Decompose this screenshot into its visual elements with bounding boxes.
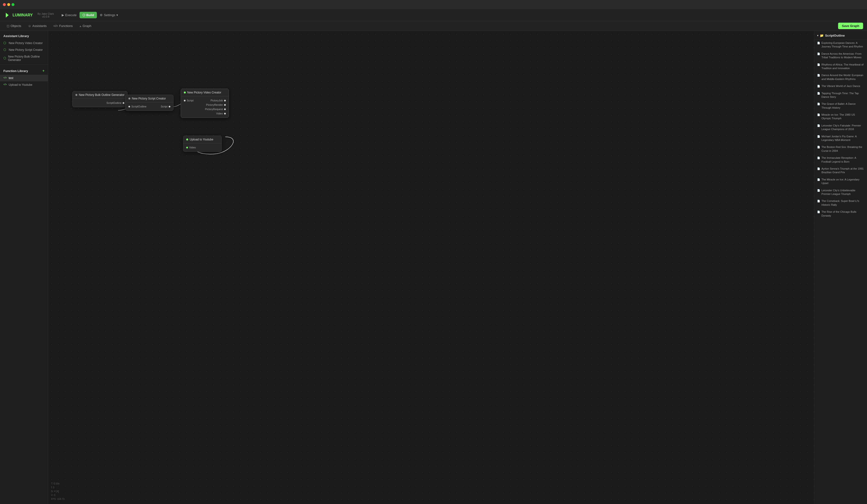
stat-fps: FPS: 158.73 — [51, 497, 65, 501]
node-io-row: ScriptOutline Script — [128, 104, 170, 109]
function-icon: </> — [3, 76, 7, 80]
node-bulk-outline[interactable]: New Pictory Bulk Outline Generator Scrip… — [72, 91, 128, 107]
node-title: New Pictory Bulk Outline Generator — [79, 93, 124, 97]
document-icon: 📄 — [817, 103, 820, 106]
right-panel-item[interactable]: 📄Rhythms of Africa: The Heartbeat of Tra… — [814, 61, 867, 72]
output-port: Script — [161, 105, 170, 108]
chevron-down-icon: ▾ — [817, 34, 818, 37]
subnav: ◻ Objects ☺ Assistants </> Functions ⟁ G… — [0, 21, 867, 31]
right-panel-item[interactable]: 📄The Boston Red Sox: Breaking the Curse … — [814, 143, 867, 154]
node-header-upload: Upload to Youtube — [183, 136, 222, 143]
function-library-header: Function Library + — [0, 65, 48, 75]
sidebar-item-bulk-outline[interactable]: ◯ New Pictory Bulk Outline Generator — [0, 53, 48, 63]
sidebar-item-script-creator[interactable]: ◯ New Pictory Script Creator — [0, 46, 48, 53]
sidebar-item-video-creator[interactable]: ◯ New Pictory Video Creator — [0, 40, 48, 46]
stat-t: T: 0.00s — [51, 482, 65, 486]
maximize-button[interactable] — [12, 3, 14, 6]
port-dot — [224, 113, 226, 115]
objects-label: Objects — [11, 24, 21, 28]
titlebar — [0, 0, 867, 9]
right-panel-item[interactable]: 📄The Comeback: Super Bowl LI's Historic … — [814, 197, 867, 208]
item-label: Michael Jordan's Flu Game: A Legendary N… — [822, 135, 864, 142]
output-port: PictoryJob — [211, 99, 226, 102]
item-label: Dance Around the World: European and Mid… — [822, 74, 864, 81]
function-library-title: Function Library — [3, 69, 28, 73]
node-header-script: New Pictory Script Creator — [126, 95, 173, 103]
main-layout: Assistant Library ◯ New Pictory Video Cr… — [0, 31, 867, 504]
port-dot — [128, 106, 130, 107]
logo-icon — [4, 12, 11, 19]
close-button[interactable] — [3, 3, 6, 6]
objects-tab[interactable]: ◻ Objects — [4, 23, 24, 29]
document-icon: 📄 — [817, 189, 820, 192]
right-panel-item[interactable]: 📄Leicester City's Fairytale: Premier Lea… — [814, 122, 867, 133]
assistants-tab[interactable]: ☺ Assistants — [25, 23, 50, 29]
right-panel-item[interactable]: 📄Dance Across the Americas: From Tribal … — [814, 50, 867, 61]
sidebar-item-label: New Pictory Bulk Outline Generator — [8, 55, 45, 62]
right-panel-item[interactable]: 📄Exploring European Dances: A Journey Th… — [814, 40, 867, 50]
sidebar-item-test[interactable]: </> test — [0, 75, 48, 82]
item-label: The Rise of the Chicago Bulls Dynasty — [822, 210, 864, 217]
right-panel-item[interactable]: 📄Ayrton Senna's Triumph at the 1991 Braz… — [814, 165, 867, 176]
right-panel-item[interactable]: 📄Tapping Through Time: The Tap Dance Sto… — [814, 90, 867, 101]
sidebar: Assistant Library ◯ New Pictory Video Cr… — [0, 31, 48, 504]
node-body: ScriptOutline — [73, 99, 127, 107]
functions-tab[interactable]: </> Functions — [51, 23, 76, 29]
node-upload-youtube[interactable]: Upload to Youtube Video — [183, 136, 222, 152]
assistants-label: Assistants — [32, 24, 46, 28]
assistant-library-title: Assistant Library — [0, 31, 48, 40]
sidebar-item-label: New Pictory Video Creator — [9, 41, 43, 45]
sidebar-item-label: New Pictory Script Creator — [9, 48, 43, 52]
right-panel-item[interactable]: 📄The Miracle on Ice: A Legendary Upset — [814, 176, 867, 187]
node-video-creator[interactable]: New Pictory Video Creator Script Pictory… — [181, 89, 229, 118]
add-function-button[interactable]: + — [42, 69, 45, 73]
canvas-area[interactable]: New Pictory Bulk Outline Generator Scrip… — [48, 31, 814, 504]
minimize-button[interactable] — [7, 3, 10, 6]
node-status-dot — [184, 92, 186, 94]
node-body: Script PictoryJob PictoryRender — [181, 96, 229, 118]
output-port: PictoryRender — [206, 103, 226, 106]
assistant-icon: ◯ — [3, 41, 7, 45]
output-port: Video — [216, 112, 226, 115]
port-dot — [169, 106, 170, 107]
right-panel-item[interactable]: 📄Miracle on Ice: The 1980 US Olympic Tri… — [814, 111, 867, 122]
node-script-creator[interactable]: New Pictory Script Creator ScriptOutline… — [125, 95, 173, 111]
port-dot — [184, 100, 185, 101]
port-label: Video — [216, 112, 223, 115]
right-panel-item[interactable]: 📄The Vibrant World of Jazz Dance — [814, 83, 867, 90]
right-panel-item[interactable]: 📄The Grace of Ballet: A Dance Through Hi… — [814, 100, 867, 111]
assistant-icon: ◯ — [3, 48, 7, 52]
port-label: ScriptOutline — [106, 101, 121, 104]
node-output-row: PictoryRequest — [184, 107, 226, 111]
item-label: The Comeback: Super Bowl LI's Historic R… — [822, 199, 864, 207]
node-header-video: New Pictory Video Creator — [181, 89, 229, 96]
settings-button[interactable]: ⚙ Settings ▾ — [97, 12, 121, 18]
input-port: ScriptOutline — [128, 105, 147, 108]
assistants-icon: ☺ — [28, 24, 31, 28]
right-panel-item[interactable]: 📄Dance Around the World: European and Mi… — [814, 72, 867, 83]
port-label: Script — [161, 105, 168, 108]
settings-icon: ⚙ — [100, 13, 103, 17]
assistant-icon: ◯ — [3, 57, 6, 60]
user-info: By Jake Clark v0.0.8 — [38, 12, 54, 18]
build-button[interactable]: ⬡ Build — [79, 12, 97, 18]
build-icon: ⬡ — [83, 13, 85, 17]
graph-tab[interactable]: ⟁ Graph — [77, 23, 94, 29]
logo-text: LUMINARY — [12, 13, 33, 17]
execute-button[interactable]: ▶ Execute — [59, 12, 79, 18]
right-panel-item[interactable]: 📄The Rise of the Chicago Bulls Dynasty — [814, 208, 867, 219]
input-port: Script — [184, 99, 193, 102]
right-panel-item[interactable]: 📄Leicester City's Unbelievable Premier L… — [814, 187, 867, 198]
item-label: Rhythms of Africa: The Heartbeat of Trad… — [822, 63, 864, 70]
stat-i: I: 0 — [51, 486, 65, 490]
document-icon: 📄 — [817, 74, 820, 77]
stat-n: N: 4 [4] — [51, 490, 65, 493]
sidebar-item-upload-youtube[interactable]: </> Upload to Youtube — [0, 82, 48, 88]
traffic-lights — [3, 3, 14, 6]
right-panel-item[interactable]: 📄Michael Jordan's Flu Game: A Legendary … — [814, 133, 867, 144]
right-panel-item[interactable]: 📄The Immaculate Reception: A Football Le… — [814, 154, 867, 165]
save-graph-button[interactable]: Save Graph — [838, 23, 863, 29]
input-port: Video — [186, 146, 196, 149]
port-dot — [122, 102, 124, 104]
item-label: The Immaculate Reception: A Football Leg… — [822, 156, 864, 163]
